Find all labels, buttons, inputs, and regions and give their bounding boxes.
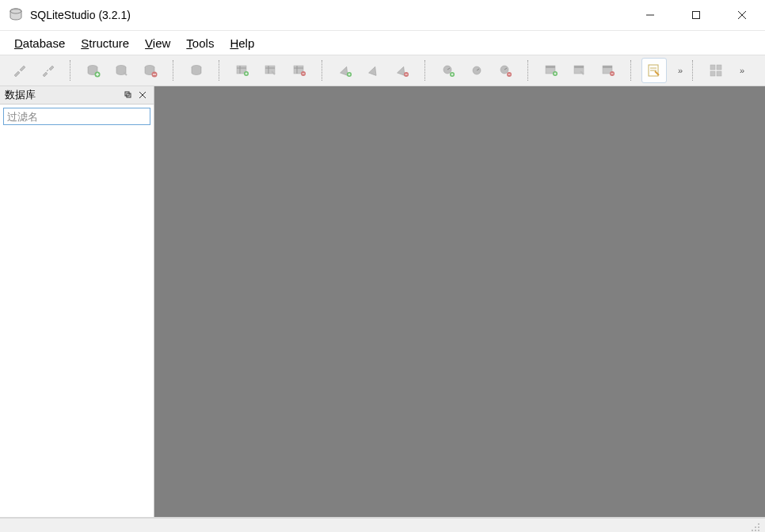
edit-table-button[interactable]: [258, 58, 284, 83]
new-view-button[interactable]: [539, 58, 564, 83]
edit-trigger-button[interactable]: [464, 58, 489, 83]
svg-rect-57: [710, 65, 715, 70]
toolbar-separator: [692, 60, 694, 81]
toolbar-separator: [219, 60, 220, 81]
tile-windows-button[interactable]: [703, 58, 729, 83]
database-dock-panel: 数据库: [0, 86, 154, 517]
menu-hotkey: T: [186, 36, 192, 50]
main-toolbar: » »: [0, 55, 765, 86]
svg-rect-59: [710, 71, 715, 76]
delete-index-button[interactable]: [390, 58, 415, 83]
edit-index-button[interactable]: [361, 58, 386, 83]
menu-structure[interactable]: Structure: [73, 33, 137, 53]
disconnect-button[interactable]: [35, 58, 60, 83]
new-index-button[interactable]: [333, 58, 358, 83]
dock-title: 数据库: [5, 88, 120, 102]
remove-database-button[interactable]: [138, 58, 163, 83]
dock-header: 数据库: [0, 86, 154, 104]
svg-rect-3: [693, 12, 700, 19]
delete-view-button[interactable]: [596, 58, 621, 83]
menu-bar: Database Structure View Tools Help: [0, 31, 765, 55]
toolbar-separator: [70, 60, 71, 81]
svg-point-67: [758, 526, 759, 528]
database-filter-input[interactable]: [3, 108, 150, 125]
new-trigger-button[interactable]: [436, 58, 461, 83]
connect-button[interactable]: [6, 58, 32, 83]
menu-help[interactable]: Help: [222, 33, 262, 53]
sql-editor-button[interactable]: [641, 58, 667, 83]
menu-hotkey: S: [81, 36, 89, 50]
menu-hotkey: D: [14, 36, 23, 50]
mdi-area: [154, 86, 765, 517]
menu-database[interactable]: Database: [6, 33, 73, 53]
menu-label: iew: [153, 36, 171, 50]
add-database-button[interactable]: [81, 58, 106, 83]
svg-rect-51: [603, 66, 612, 68]
window-title: SQLiteStudio (3.2.1): [30, 9, 131, 21]
minimize-button[interactable]: [627, 0, 673, 30]
delete-table-button[interactable]: [287, 58, 312, 83]
svg-point-70: [758, 530, 759, 531]
new-table-button[interactable]: [230, 58, 255, 83]
menu-label: tructure: [89, 36, 129, 50]
window-controls: [627, 0, 765, 30]
edit-view-button[interactable]: [567, 58, 592, 83]
status-bar: [0, 518, 765, 532]
database-tree[interactable]: [0, 128, 154, 517]
menu-label: ools: [192, 36, 215, 50]
delete-trigger-button[interactable]: [493, 58, 518, 83]
workspace: 数据库: [0, 86, 765, 518]
maximize-button[interactable]: [673, 0, 719, 30]
svg-rect-60: [717, 71, 721, 76]
svg-line-6: [47, 70, 48, 71]
resize-grip-icon[interactable]: [749, 521, 762, 532]
svg-point-68: [752, 530, 753, 531]
svg-rect-44: [546, 66, 555, 68]
menu-label: atabase: [23, 36, 65, 50]
svg-rect-49: [574, 66, 584, 68]
menu-tools[interactable]: Tools: [178, 33, 222, 53]
toolbar-separator: [173, 60, 174, 81]
svg-point-66: [755, 526, 756, 528]
toolbar-separator: [424, 60, 426, 81]
toolbar-separator: [630, 60, 632, 81]
database-action-button[interactable]: [184, 58, 209, 83]
menu-view[interactable]: View: [137, 33, 178, 53]
toolbar-separator: [527, 60, 529, 81]
svg-rect-58: [717, 65, 721, 70]
menu-hotkey: V: [145, 36, 153, 50]
toolbar-overflow-2[interactable]: »: [735, 59, 749, 82]
toolbar-separator: [322, 60, 323, 81]
dock-close-button[interactable]: [136, 89, 149, 101]
title-bar: SQLiteStudio (3.2.1): [0, 0, 765, 31]
edit-database-button[interactable]: [109, 58, 135, 83]
svg-point-69: [755, 530, 756, 531]
menu-label: elp: [238, 36, 254, 50]
dock-float-button[interactable]: [122, 89, 135, 101]
svg-point-65: [758, 523, 759, 525]
menu-hotkey: H: [230, 36, 238, 50]
app-icon: [8, 7, 24, 23]
close-button[interactable]: [719, 0, 765, 30]
toolbar-overflow-1[interactable]: »: [673, 59, 687, 82]
